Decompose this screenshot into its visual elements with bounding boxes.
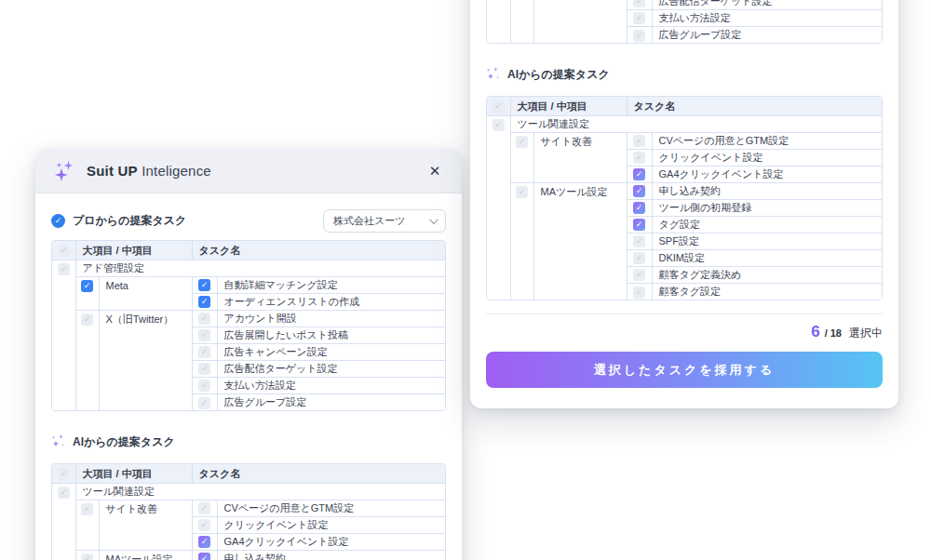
checkbox-checked[interactable]: ✓ bbox=[633, 219, 645, 231]
checkbox-unchecked[interactable]: ✓ bbox=[633, 135, 645, 147]
select-all-cell: ✓ bbox=[52, 241, 75, 260]
checkbox-checked[interactable]: ✓ bbox=[633, 185, 645, 197]
checkbox-unchecked[interactable]: ✓ bbox=[492, 100, 505, 113]
checkbox-unchecked[interactable]: ✓ bbox=[58, 263, 70, 275]
group-checkbox-cell: ✓ bbox=[75, 310, 99, 410]
task-label-cell: アカウント開設 bbox=[217, 310, 445, 327]
major-row: ✓アド管理設定 bbox=[52, 260, 445, 276]
checkbox-unchecked[interactable]: ✓ bbox=[633, 235, 645, 247]
ai-sparkle-icon bbox=[486, 66, 500, 83]
group-label-cell: サイト改善 bbox=[99, 500, 192, 550]
checkbox-unchecked[interactable]: ✓ bbox=[198, 380, 210, 392]
selected-count-total: / 18 bbox=[825, 327, 842, 339]
checkbox-checked[interactable]: ✓ bbox=[633, 202, 645, 214]
group-label-cell: サイト改善 bbox=[533, 132, 627, 182]
group-checkbox-cell: ✓ bbox=[75, 276, 99, 310]
group-checkbox-cell: ✓ bbox=[75, 500, 99, 550]
group-label-cell: MAツール設定 bbox=[99, 550, 192, 560]
checkbox-unchecked[interactable]: ✓ bbox=[516, 136, 528, 148]
checkbox-unchecked[interactable]: ✓ bbox=[198, 363, 210, 375]
checkbox-unchecked[interactable]: ✓ bbox=[198, 313, 210, 325]
group-checkbox-cell: ✓ bbox=[75, 550, 99, 560]
proposal-dialog-left: Suit UP Inteligence ✕ ✓ プロからの提案タスク 株式会社ス… bbox=[35, 149, 462, 560]
close-icon: ✕ bbox=[429, 164, 441, 178]
checkbox-checked[interactable]: ✓ bbox=[198, 553, 210, 560]
task-label-cell: 広告キャンペーン設定 bbox=[217, 343, 445, 360]
checkbox-unchecked[interactable]: ✓ bbox=[81, 553, 93, 560]
task-checkbox-cell: ✓ bbox=[627, 216, 652, 233]
checkbox-checked[interactable]: ✓ bbox=[633, 168, 645, 180]
checkbox-unchecked[interactable]: ✓ bbox=[198, 329, 210, 341]
task-checkbox-cell: ✓ bbox=[627, 26, 652, 43]
ai-sparkle-icon bbox=[51, 433, 65, 450]
major-checkbox-cell: ✓ bbox=[487, 0, 510, 43]
checkbox-unchecked[interactable]: ✓ bbox=[81, 313, 93, 326]
task-checkbox-cell: ✓ bbox=[627, 0, 652, 9]
task-checkbox-cell: ✓ bbox=[192, 516, 217, 533]
checkbox-unchecked[interactable]: ✓ bbox=[58, 245, 70, 257]
pro-task-table-wrap: ✓大項目 / 中項目タスク名✓アド管理設定✓Meta✓自動詳細マッチング設定✓オ… bbox=[51, 240, 446, 411]
category-header-cell: 大項目 / 中項目 bbox=[75, 464, 192, 483]
group-checkbox-cell: ✓ bbox=[510, 132, 533, 182]
task-checkbox-cell: ✓ bbox=[627, 266, 652, 283]
task-checkbox-cell: ✓ bbox=[192, 500, 217, 516]
adopt-tasks-button[interactable]: 選択したタスクを採用する bbox=[486, 352, 883, 388]
category-header-cell: 大項目 / 中項目 bbox=[75, 241, 192, 260]
pro-section-heading: ✓ プロからの提案タスク bbox=[51, 213, 186, 229]
checkbox-unchecked[interactable]: ✓ bbox=[198, 397, 210, 409]
task-checkbox-cell: ✓ bbox=[192, 310, 217, 327]
task-checkbox-cell: ✓ bbox=[627, 9, 652, 26]
pro-section-row: ✓ プロからの提案タスク 株式会社スーツ bbox=[51, 208, 446, 233]
close-button[interactable]: ✕ bbox=[425, 161, 445, 181]
checkbox-unchecked[interactable]: ✓ bbox=[633, 152, 645, 164]
select-all-cell: ✓ bbox=[487, 97, 510, 115]
checkbox-checked[interactable]: ✓ bbox=[198, 536, 210, 548]
ai-section-heading: AIからの提案タスク bbox=[51, 433, 175, 450]
category-header-cell: 大項目 / 中項目 bbox=[510, 97, 627, 115]
group-label-cell: MAツール設定 bbox=[533, 182, 627, 300]
task-checkbox-cell: ✓ bbox=[192, 393, 217, 410]
major-label-cell: ツール関連設定 bbox=[75, 483, 445, 500]
task-label-cell: 申し込み契約 bbox=[217, 550, 445, 560]
checkbox-unchecked[interactable]: ✓ bbox=[81, 503, 93, 515]
checkbox-unchecked[interactable]: ✓ bbox=[633, 269, 645, 281]
ai-task-table: ✓大項目 / 中項目タスク名✓ツール関連設定✓サイト改善✓CVページの用意とGT… bbox=[52, 464, 445, 560]
task-row: ✓MAツール設定✓申し込み契約 bbox=[52, 550, 445, 560]
major-row: ✓ツール関連設定 bbox=[52, 483, 445, 500]
chevron-down-icon bbox=[429, 215, 439, 224]
checkbox-checked[interactable]: ✓ bbox=[198, 296, 210, 308]
checkbox-unchecked[interactable]: ✓ bbox=[198, 502, 210, 514]
dialog-content: ✓ プロからの提案タスク 株式会社スーツ ✓大項目 / 中項目タスク名✓アド管理… bbox=[35, 208, 462, 560]
checkbox-checked[interactable]: ✓ bbox=[81, 280, 93, 292]
task-label-cell: 支払い方法設定 bbox=[652, 9, 882, 26]
major-checkbox-cell: ✓ bbox=[487, 115, 510, 300]
task-checkbox-cell: ✓ bbox=[192, 276, 217, 293]
group-checkbox-cell: ✓ bbox=[510, 182, 533, 300]
checkbox-unchecked[interactable]: ✓ bbox=[633, 0, 645, 7]
major-checkbox-cell: ✓ bbox=[52, 483, 75, 560]
checkbox-unchecked[interactable]: ✓ bbox=[58, 487, 70, 499]
dialog-title: Suit UP Inteligence bbox=[87, 163, 211, 179]
pro-task-table-wrap: ✓大項目 / 中項目タスク名✓アド管理設定✓Meta✓自動詳細マッチング設定✓オ… bbox=[486, 0, 883, 44]
checkbox-unchecked[interactable]: ✓ bbox=[633, 12, 645, 24]
checkbox-unchecked[interactable]: ✓ bbox=[198, 519, 210, 531]
checkbox-unchecked[interactable]: ✓ bbox=[633, 252, 645, 264]
task-label-cell: 広告グループ設定 bbox=[217, 393, 445, 410]
checkbox-unchecked[interactable]: ✓ bbox=[198, 346, 210, 358]
task-label-cell: 支払い方法設定 bbox=[217, 377, 445, 393]
task-checkbox-cell: ✓ bbox=[192, 343, 217, 360]
pro-task-table: ✓大項目 / 中項目タスク名✓アド管理設定✓Meta✓自動詳細マッチング設定✓オ… bbox=[487, 0, 882, 43]
task-checkbox-cell: ✓ bbox=[192, 550, 217, 560]
checkbox-checked[interactable]: ✓ bbox=[198, 279, 210, 291]
task-checkbox-cell: ✓ bbox=[192, 293, 217, 310]
major-label-cell: ツール関連設定 bbox=[510, 115, 882, 132]
checkbox-unchecked[interactable]: ✓ bbox=[633, 30, 645, 42]
ai-section-row: AIからの提案タスク bbox=[51, 433, 446, 450]
task-checkbox-cell: ✓ bbox=[627, 233, 652, 249]
company-select[interactable]: 株式会社スーツ bbox=[323, 209, 446, 233]
checkbox-unchecked[interactable]: ✓ bbox=[58, 468, 70, 480]
checkbox-unchecked[interactable]: ✓ bbox=[492, 119, 505, 131]
checkbox-unchecked[interactable]: ✓ bbox=[516, 186, 528, 198]
checkbox-unchecked[interactable]: ✓ bbox=[633, 287, 645, 299]
group-label-cell: X（旧Twitter） bbox=[533, 0, 627, 43]
